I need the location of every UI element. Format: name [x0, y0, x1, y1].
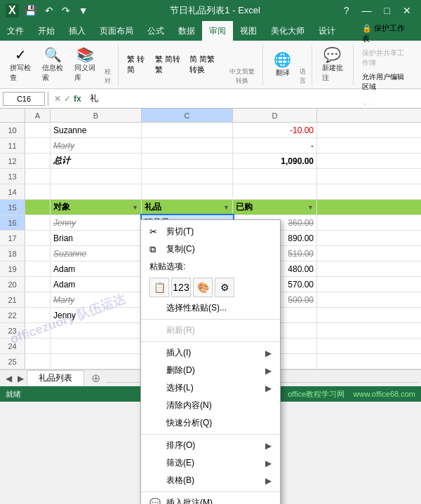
tab-page-layout[interactable]: 页面布局: [93, 21, 140, 41]
cell-A14[interactable]: [25, 184, 51, 199]
cell-C12[interactable]: [142, 154, 233, 168]
cell-D15[interactable]: 已购 ▼: [233, 200, 317, 214]
cell-B25[interactable]: [51, 354, 142, 369]
info-search-button[interactable]: 🔍 信息检索: [38, 44, 67, 85]
cell-reference-input[interactable]: [3, 92, 45, 106]
cell-A25[interactable]: [25, 354, 51, 369]
cell-B23[interactable]: [51, 323, 142, 338]
tab-scroll-right[interactable]: ▶: [15, 374, 27, 383]
cancel-formula-icon[interactable]: ✕: [54, 94, 61, 104]
menu-item-insert[interactable]: 插入(I) ▶: [141, 344, 280, 362]
spell-check-button[interactable]: ✓ 拼写检查: [6, 44, 35, 85]
maximize-button[interactable]: □: [380, 4, 394, 18]
menu-item-paste-special[interactable]: 选择性粘贴(S)...: [141, 299, 280, 317]
close-button[interactable]: ✕: [399, 4, 415, 18]
tab-formulas[interactable]: 公式: [140, 21, 171, 41]
cell-A10[interactable]: [25, 123, 51, 137]
menu-item-table[interactable]: 表格(B) ▶: [141, 472, 280, 489]
tab-review[interactable]: 审阅: [202, 21, 233, 41]
confirm-formula-icon[interactable]: ✓: [64, 94, 71, 104]
menu-item-cut[interactable]: ✂ 剪切(T): [141, 223, 280, 240]
cell-C11[interactable]: [142, 138, 233, 153]
tab-design[interactable]: 设计: [312, 21, 342, 41]
cell-B24[interactable]: [51, 339, 142, 353]
trad-to-simp-button[interactable]: 繁 转简: [124, 53, 149, 76]
menu-item-clear[interactable]: 清除内容(N): [141, 397, 280, 414]
cell-B16[interactable]: Jenny: [51, 215, 142, 230]
paste-btn-2[interactable]: 123: [171, 278, 191, 297]
tab-beautify[interactable]: 美化大师: [264, 21, 312, 41]
cell-C14[interactable]: [142, 184, 233, 199]
cell-B17[interactable]: Brian: [51, 231, 142, 245]
cell-A23[interactable]: [25, 323, 51, 338]
cell-B14[interactable]: [51, 184, 142, 199]
cell-A19[interactable]: [25, 261, 51, 276]
menu-item-filter[interactable]: 筛选(E) ▶: [141, 454, 280, 472]
cell-D13[interactable]: [233, 169, 317, 184]
protect-sheet-button[interactable]: 🔒 保护工作表: [359, 22, 410, 46]
quick-access-redo[interactable]: ↷: [59, 4, 73, 18]
cell-C10[interactable]: [142, 123, 233, 137]
cell-B21[interactable]: Marty: [51, 292, 142, 307]
simp-to-trad-button[interactable]: 繁 简转繁: [152, 53, 184, 76]
cell-A15[interactable]: [25, 200, 51, 214]
cell-B20[interactable]: Adam: [51, 277, 142, 292]
paste-btn-1[interactable]: 📋: [149, 278, 169, 297]
cell-A18[interactable]: [25, 246, 51, 261]
menu-item-quick-analyze[interactable]: 快速分析(Q): [141, 414, 280, 432]
add-sheet-button[interactable]: ⊕: [86, 370, 106, 386]
cell-D11[interactable]: -: [233, 138, 317, 153]
cell-C13[interactable]: [142, 169, 233, 184]
cell-B19[interactable]: Adam: [51, 261, 142, 276]
cell-C15[interactable]: 礼品 ▼: [142, 200, 233, 214]
cell-A11[interactable]: [25, 138, 51, 153]
filter-arrow-B15[interactable]: ▼: [132, 204, 138, 211]
cell-B18[interactable]: Suzanne: [51, 246, 142, 261]
help-icon[interactable]: ?: [340, 4, 354, 18]
minimize-button[interactable]: —: [358, 4, 376, 18]
quick-access-save[interactable]: 💾: [22, 4, 39, 18]
synonym-button[interactable]: 📚 同义词库: [70, 44, 100, 85]
tab-scroll-left[interactable]: ◀: [3, 374, 15, 383]
cell-A24[interactable]: [25, 339, 51, 353]
menu-item-select[interactable]: 选择(L) ▶: [141, 379, 280, 397]
tab-data[interactable]: 数据: [171, 21, 202, 41]
cell-A16[interactable]: [25, 215, 51, 230]
paste-btn-3[interactable]: 🎨: [193, 278, 213, 297]
paste-btn-4[interactable]: ⚙: [215, 278, 234, 297]
translate-button[interactable]: 🌐 翻译: [269, 49, 297, 80]
filter-arrow-C15[interactable]: ▼: [223, 204, 229, 211]
allow-edit-button[interactable]: 允许用户编辑区域: [359, 71, 410, 93]
quick-access-undo[interactable]: ↶: [42, 4, 56, 18]
cell-D14[interactable]: [233, 184, 317, 199]
cell-D10[interactable]: -10.00: [233, 123, 317, 137]
formula-input[interactable]: [87, 94, 418, 104]
menu-item-sort[interactable]: 排序(O) ▶: [141, 437, 280, 454]
filter-arrow-D15[interactable]: ▼: [307, 204, 314, 211]
cell-A22[interactable]: [25, 308, 51, 322]
cell-A20[interactable]: [25, 277, 51, 292]
cell-B12[interactable]: 总计: [51, 154, 142, 168]
cell-B22[interactable]: Jenny: [51, 308, 142, 322]
tab-home[interactable]: 开始: [31, 21, 62, 41]
protect-share-button[interactable]: 保护并共享工作簿: [359, 47, 410, 69]
cell-A17[interactable]: [25, 231, 51, 245]
cell-B13[interactable]: [51, 169, 142, 184]
cell-D12[interactable]: 1,090.00: [233, 154, 317, 168]
menu-item-insert-comment[interactable]: 💬 插入批注(M): [141, 494, 280, 504]
cell-A12[interactable]: [25, 154, 51, 168]
tab-file[interactable]: 文件: [0, 21, 31, 41]
new-comment-button[interactable]: 💬 新建批注: [318, 44, 347, 85]
menu-item-copy[interactable]: ⧉ 复制(C): [141, 240, 280, 258]
tab-view[interactable]: 视图: [233, 21, 264, 41]
cell-A13[interactable]: [25, 169, 51, 184]
sheet-tab-gift-list[interactable]: 礼品列表: [27, 370, 84, 386]
menu-item-delete[interactable]: 删除(D) ▶: [141, 362, 280, 379]
quick-access-more[interactable]: ▼: [76, 4, 91, 18]
cell-A21[interactable]: [25, 292, 51, 307]
cell-B11[interactable]: Marty: [51, 138, 142, 153]
cell-B15[interactable]: 对象 ▼: [51, 200, 142, 214]
simp-trad-convert-button[interactable]: 简 简繁转换: [187, 53, 224, 76]
insert-function-icon[interactable]: fx: [74, 94, 81, 104]
cell-B10[interactable]: Suzanne: [51, 123, 142, 137]
